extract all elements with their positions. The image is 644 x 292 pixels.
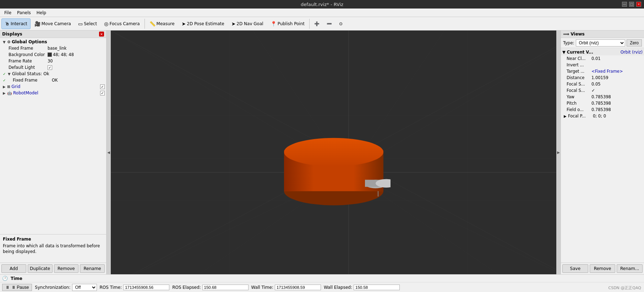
toolbar: 🖱 Interact 🎥 Move Camera ▭ Select ◎ Focu… [0, 17, 644, 31]
minimize-button[interactable]: — [622, 2, 627, 7]
time-header: 🕐 Time [0, 275, 644, 282]
select-button[interactable]: ▭ Select [75, 18, 100, 29]
views-panel: ⟹ Views Type: Orbit (rviz) Zero ▼ Curren… [561, 31, 644, 274]
views-rename-button[interactable]: Renam... [617, 264, 643, 273]
current-view-header[interactable]: ▼ Current V... Orbit (rviz) [561, 49, 644, 55]
rename-button[interactable]: Rename [80, 264, 105, 273]
global-options-expand[interactable]: ▼ [3, 40, 7, 44]
grid-row[interactable]: ▶ ⊞ Grid ✓ [0, 83, 106, 90]
focus-camera-button[interactable]: ◎ Focus Camera [101, 18, 143, 29]
grid-icon: ⊞ [7, 84, 10, 89]
frame-rate-row[interactable]: Frame Rate 30 [0, 58, 106, 64]
nav-goal-button[interactable]: ➤ 2D Nav Goal [228, 18, 267, 29]
grid-expand[interactable]: ▶ [3, 85, 7, 89]
menu-panels[interactable]: Panels [14, 10, 34, 16]
pose-estimate-button[interactable]: ➤ 2D Pose Estimate [179, 18, 228, 29]
robot-model-icon: 🤖 [7, 91, 12, 95]
background-color-row[interactable]: Background Color 48; 48; 48 [0, 51, 106, 58]
displays-close-button[interactable]: ✕ [99, 32, 104, 37]
displays-header: Displays ✕ [0, 31, 106, 38]
invert-row: Invert ... [561, 62, 644, 68]
focal-s1-row: Focal S... 0.05 [561, 81, 644, 87]
measure-button[interactable]: 📏 Measure [146, 18, 178, 29]
wall-elapsed-input[interactable] [354, 285, 400, 290]
robot-3d-model [277, 104, 391, 211]
publish-point-button[interactable]: 📍 Publish Point [267, 18, 308, 29]
publish-point-icon: 📍 [271, 21, 277, 27]
duplicate-button[interactable]: Duplicate [28, 264, 53, 273]
close-button[interactable]: ✕ [636, 2, 641, 7]
menu-help[interactable]: Help [34, 10, 49, 16]
global-status-row[interactable]: ✓ ▼ Global Status: Ok [0, 71, 106, 77]
move-camera-icon: 🎥 [34, 21, 40, 27]
zero-button[interactable]: Zero [627, 39, 642, 46]
measure-icon: 📏 [149, 21, 155, 27]
bottom-buttons: Add Duplicate Remove Rename [0, 263, 106, 274]
views-label: Views [571, 32, 585, 37]
yaw-row: Yaw 0.785398 [561, 94, 644, 100]
current-view-value: Orbit (rviz) [621, 50, 643, 55]
watermark: CSDN @正正QAQ [608, 285, 641, 291]
window-controls: — □ ✕ [622, 2, 641, 7]
robot-model-row[interactable]: ▶ 🤖 RobotModel ✓ [0, 90, 106, 96]
grid-checkbox[interactable]: ✓ [100, 84, 105, 89]
displays-panel: Displays ✕ ▼ ⚙ Global Options Fixed Fram… [0, 31, 107, 274]
views-remove-button[interactable]: Remove [590, 264, 616, 273]
maximize-button[interactable]: □ [629, 2, 634, 7]
global-status-expand[interactable]: ▼ [8, 72, 12, 76]
views-save-button[interactable]: Save [562, 264, 588, 273]
fixed-frame-status-check: ✓ [3, 78, 8, 82]
ros-time-group: ROS Time: [100, 285, 170, 290]
displays-tree: ▼ ⚙ Global Options Fixed Frame base_link… [0, 38, 106, 234]
remove-button[interactable]: Remove [54, 264, 79, 273]
svg-point-20 [284, 138, 383, 166]
wall-time-input[interactable] [275, 285, 321, 290]
sync-select[interactable]: Off [72, 284, 97, 291]
circle-icon: ⊙ [339, 21, 343, 26]
ros-time-input[interactable] [123, 285, 169, 290]
time-fields: ⏸ ⏸ Pause Synchronization: Off ROS Time:… [0, 282, 644, 292]
near-clip-row: Near Cl... 0.01 [561, 55, 644, 62]
robot-model-expand[interactable]: ▶ [3, 91, 7, 95]
views-bottom-buttons: Save Remove Renam... [561, 263, 644, 274]
current-view-label: Current V... [567, 50, 593, 55]
ros-elapsed-group: ROS Elapsed: [172, 285, 248, 290]
pause-button[interactable]: ⏸ ⏸ Pause [2, 284, 32, 291]
focal-s2-checkbox[interactable]: ✓ [591, 88, 595, 93]
status-fixed-frame-row[interactable]: ✓ Fixed Frame OK [0, 77, 106, 83]
add-button[interactable]: Add [1, 264, 26, 273]
pitch-row: Pitch 0.785398 [561, 100, 644, 106]
toolbar-separator-2 [309, 19, 310, 29]
views-tree: ▼ Current V... Orbit (rviz) Near Cl... 0… [561, 48, 644, 263]
default-light-row[interactable]: Default Light ✓ [0, 64, 106, 71]
robot-model-checkbox[interactable]: ✓ [100, 91, 105, 95]
fixed-frame-row[interactable]: Fixed Frame base_link [0, 45, 106, 51]
menu-file[interactable]: File [1, 10, 14, 16]
left-panel-collapse[interactable]: ◀ [107, 31, 111, 274]
tooltip-title: Fixed Frame [3, 237, 103, 242]
time-label: Time [11, 276, 22, 281]
circle-button[interactable]: ⊙ [336, 18, 346, 29]
interact-button[interactable]: 🖱 Interact [1, 18, 31, 29]
select-icon: ▭ [78, 21, 83, 27]
minus-button[interactable]: ➖ [323, 18, 335, 29]
wall-elapsed-group: Wall Elapsed: [324, 285, 400, 290]
settings-icon: ⚙ [7, 40, 11, 44]
views-header: ⟹ Views [561, 31, 644, 38]
move-camera-button[interactable]: 🎥 Move Camera [31, 18, 74, 29]
right-panel-collapse[interactable]: ▶ [556, 31, 561, 274]
ros-elapsed-input[interactable] [202, 285, 249, 290]
status-check-icon: ✓ [3, 72, 8, 76]
focal-p-row: ▶ Focal P... 0; 0; 0 [561, 113, 644, 119]
default-light-checkbox[interactable]: ✓ [48, 65, 52, 70]
focal-p-expand[interactable]: ▶ [564, 114, 568, 118]
viewport-3d[interactable] [111, 31, 556, 274]
wall-time-group: Wall Time: [251, 285, 321, 290]
tooltip-description: Frame into which all data is transformed… [3, 243, 103, 254]
window-title: default.rviz* - RViz [301, 2, 343, 7]
global-options-row[interactable]: ▼ ⚙ Global Options [0, 39, 106, 45]
titlebar: default.rviz* - RViz — □ ✕ [0, 0, 644, 9]
clock-icon: 🕐 [2, 276, 8, 281]
views-type-select[interactable]: Orbit (rviz) [576, 39, 626, 46]
plus-button[interactable]: ➕ [311, 18, 323, 29]
